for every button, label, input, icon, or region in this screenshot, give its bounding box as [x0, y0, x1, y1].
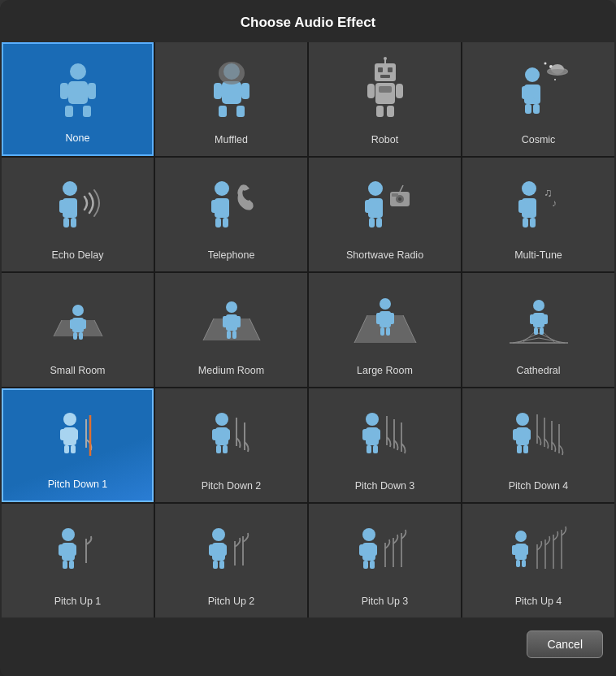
effect-pitch-up-2[interactable]: Pitch Up 2	[155, 504, 307, 618]
effect-echo-delay[interactable]: Echo Delay	[2, 158, 154, 271]
effect-pitch-down-3-label: Pitch Down 3	[355, 480, 415, 492]
effect-pitch-down-3[interactable]: Pitch Down 3	[309, 388, 461, 502]
pitch-down-4-icon	[469, 396, 608, 474]
svg-point-126	[366, 413, 379, 426]
svg-rect-55	[376, 218, 382, 228]
svg-point-61	[522, 181, 536, 196]
svg-rect-93	[388, 313, 394, 324]
pitch-down-2-icon	[162, 396, 301, 474]
dialog-title: Choose Audio Effect	[0, 0, 616, 42]
svg-rect-83	[223, 316, 228, 327]
effect-robot[interactable]: Robot	[309, 42, 461, 156]
svg-rect-10	[214, 83, 222, 99]
effect-pitch-down-4[interactable]: Pitch Down 4	[462, 388, 614, 502]
muffled-icon	[162, 50, 301, 128]
svg-rect-66	[530, 218, 536, 228]
svg-rect-34	[522, 86, 528, 99]
effect-cathedral-label: Cathedral	[516, 365, 560, 377]
svg-rect-137	[513, 429, 518, 440]
shortwave-radio-icon	[315, 166, 454, 243]
effect-pitch-down-2-label: Pitch Down 2	[202, 480, 262, 492]
svg-rect-109	[540, 327, 544, 335]
svg-line-60	[400, 185, 403, 192]
svg-point-72	[72, 305, 84, 316]
none-icon	[10, 52, 145, 126]
svg-point-135	[516, 413, 529, 426]
svg-rect-129	[375, 429, 380, 440]
effect-pitch-up-2-label: Pitch Up 2	[208, 596, 255, 608]
effect-multi-tune[interactable]: ♫ ♪ Multi-Tune	[462, 158, 614, 271]
svg-rect-123	[223, 445, 228, 453]
telephone-icon	[162, 166, 301, 243]
svg-rect-42	[63, 218, 69, 228]
effects-grid: None Muffled	[2, 42, 614, 618]
effect-small-room[interactable]: Small Room	[2, 273, 154, 387]
svg-rect-19	[375, 83, 395, 104]
pitch-up-3-icon	[315, 512, 454, 589]
effect-small-room-label: Small Room	[50, 365, 105, 377]
effect-large-room[interactable]: Large Room	[309, 273, 461, 387]
effect-telephone-label: Telephone	[208, 249, 255, 262]
effect-pitch-down-2[interactable]: Pitch Down 2	[155, 388, 307, 502]
svg-rect-22	[387, 106, 394, 117]
effect-cosmic-label: Cosmic	[522, 134, 556, 146]
svg-rect-172	[523, 545, 528, 555]
effect-medium-room[interactable]: Medium Room	[155, 273, 307, 387]
small-room-icon	[8, 281, 147, 358]
effect-none[interactable]: None	[2, 42, 154, 156]
large-room-icon	[315, 281, 454, 358]
svg-rect-85	[227, 331, 231, 339]
effect-pitch-down-1[interactable]: Pitch Down 1	[2, 388, 154, 502]
svg-rect-122	[216, 445, 221, 453]
svg-point-58	[398, 197, 401, 201]
svg-rect-148	[71, 544, 76, 556]
svg-rect-53	[376, 200, 383, 213]
effect-cathedral[interactable]: Cathedral	[462, 273, 614, 387]
svg-rect-3	[83, 106, 91, 117]
svg-rect-130	[367, 445, 371, 453]
svg-rect-1	[68, 81, 88, 104]
svg-rect-140	[523, 445, 528, 453]
svg-rect-120	[212, 429, 218, 440]
cancel-button[interactable]: Cancel	[527, 630, 603, 658]
svg-rect-131	[373, 445, 378, 453]
svg-point-28	[544, 62, 546, 64]
svg-rect-95	[386, 327, 390, 336]
svg-point-27	[554, 79, 556, 80]
pitch-up-4-icon	[469, 512, 608, 589]
svg-rect-86	[232, 331, 236, 339]
effect-cosmic[interactable]: Cosmic	[462, 42, 614, 156]
effect-shortwave-radio[interactable]: Shortwave Radio	[309, 158, 461, 271]
svg-rect-20	[379, 86, 392, 93]
svg-point-90	[380, 298, 391, 310]
svg-rect-37	[533, 104, 540, 114]
svg-rect-7	[222, 81, 241, 104]
svg-rect-77	[79, 332, 83, 340]
svg-rect-128	[362, 429, 368, 440]
effect-muffled[interactable]: Muffled	[155, 42, 307, 156]
dialog-footer: Cancel	[0, 618, 616, 661]
effect-muffled-label: Muffled	[215, 134, 248, 146]
effect-echo-delay-label: Echo Delay	[52, 249, 104, 262]
svg-rect-92	[376, 313, 382, 324]
echo-delay-icon	[8, 166, 147, 243]
svg-rect-48	[215, 218, 221, 228]
svg-rect-8	[219, 106, 227, 117]
svg-point-110	[63, 413, 76, 426]
svg-text:♫: ♫	[544, 186, 553, 199]
effect-robot-label: Robot	[371, 134, 398, 146]
svg-rect-113	[72, 429, 78, 440]
svg-point-31	[547, 69, 568, 74]
svg-rect-165	[370, 561, 375, 569]
effect-shortwave-radio-label: Shortwave Radio	[346, 249, 423, 262]
effect-telephone[interactable]: Telephone	[155, 158, 307, 271]
svg-rect-11	[241, 83, 249, 99]
effect-large-room-label: Large Room	[357, 365, 413, 377]
svg-point-50	[368, 181, 383, 196]
svg-rect-163	[371, 544, 377, 556]
pitch-up-1-icon	[8, 512, 147, 589]
effect-pitch-up-4[interactable]: Pitch Up 4	[462, 504, 614, 618]
svg-rect-76	[73, 332, 77, 340]
effect-pitch-up-1[interactable]: Pitch Up 1	[2, 504, 154, 618]
effect-pitch-up-3[interactable]: Pitch Up 3	[309, 504, 461, 618]
